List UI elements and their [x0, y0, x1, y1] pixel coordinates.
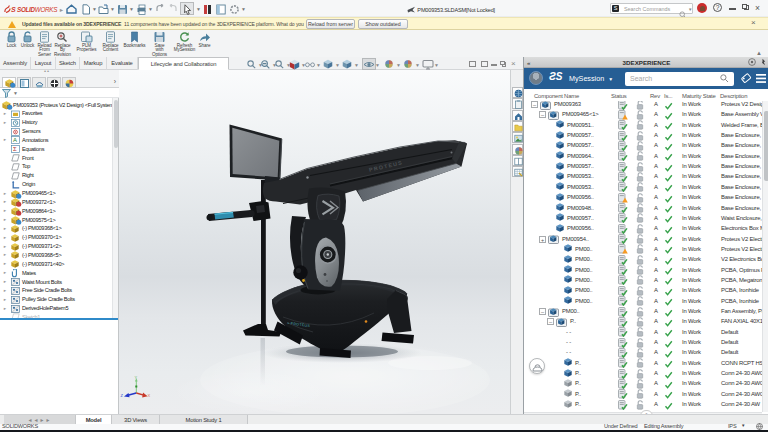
svg-text:Σ: Σ: [13, 146, 17, 152]
svg-text:Y: Y: [135, 375, 138, 380]
svg-text:X: X: [148, 393, 151, 398]
svg-text:Z: Z: [121, 393, 124, 398]
svg-text:A: A: [13, 138, 17, 144]
